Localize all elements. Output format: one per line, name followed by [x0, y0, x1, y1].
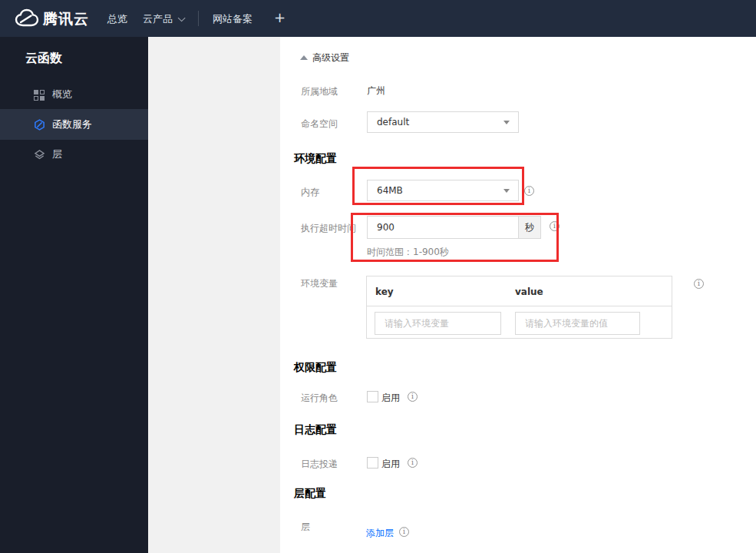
env-value-header: value	[515, 286, 543, 297]
region-value: 广州	[367, 84, 385, 98]
log-delivery-checkbox[interactable]	[367, 457, 378, 469]
env-vars-label: 环境变量	[301, 277, 338, 290]
timeout-info-icon[interactable]: i	[550, 221, 560, 231]
section-log-config: 日志配置	[294, 423, 337, 437]
sidebar-item-label: 概览	[52, 88, 72, 101]
env-value-input[interactable]	[515, 312, 640, 335]
timeout-unit-label: 秒	[518, 216, 541, 239]
log-delivery-enable-label: 启用	[381, 458, 400, 471]
memory-selected-value: 64MB	[377, 185, 403, 196]
sidebar-item-layers[interactable]: 层	[0, 140, 148, 169]
brand-name[interactable]: 腾讯云	[43, 9, 89, 29]
env-key-input[interactable]	[375, 312, 501, 335]
run-role-checkbox[interactable]	[367, 391, 378, 402]
add-tab-button[interactable]: +	[274, 9, 286, 25]
env-vars-table-header: key value	[367, 276, 672, 306]
memory-info-icon[interactable]: i	[524, 186, 534, 196]
namespace-select[interactable]: default	[367, 111, 519, 133]
sidebar: 云函数 概览 函数服务 层	[0, 37, 148, 553]
run-role-info-icon[interactable]: i	[408, 392, 418, 402]
layer-label: 层	[301, 521, 310, 534]
sidebar-item-label: 层	[52, 147, 62, 161]
grid-icon	[34, 89, 45, 101]
run-role-enable-label: 启用	[381, 392, 400, 405]
chevron-down-icon	[178, 14, 186, 22]
tencent-cloud-logo-icon[interactable]	[14, 8, 40, 29]
env-vars-info-icon[interactable]: i	[694, 279, 704, 289]
add-layer-link[interactable]: 添加层	[366, 527, 394, 540]
section-perm-config: 权限配置	[294, 361, 337, 375]
sidebar-item-function-service[interactable]: 函数服务	[0, 109, 148, 140]
timeout-label: 执行超时时间	[301, 222, 356, 235]
dropdown-caret-icon	[503, 121, 510, 124]
env-key-header: key	[375, 286, 394, 297]
memory-label: 内存	[301, 186, 319, 199]
region-label: 所属地域	[301, 85, 338, 98]
scf-hexagon-icon	[34, 119, 45, 131]
section-layer-config: 层配置	[294, 487, 326, 501]
add-layer-info-icon[interactable]: i	[399, 527, 409, 537]
timeout-hint: 时间范围：1-900秒	[367, 246, 449, 259]
collapse-triangle-icon	[300, 55, 308, 60]
advanced-settings-form: 高级设置 所属地域 广州 命名空间 default 环境配置 内存 64MB i…	[280, 37, 756, 553]
sidebar-item-label: 函数服务	[52, 118, 92, 131]
function-list-panel	[148, 37, 280, 553]
sidebar-item-overview[interactable]: 概览	[0, 80, 148, 109]
run-role-label: 运行角色	[301, 392, 338, 405]
topnav-divider	[198, 11, 199, 26]
memory-select[interactable]: 64MB	[367, 180, 519, 201]
dropdown-caret-icon	[503, 189, 510, 193]
topnav-icp-filing[interactable]: 网站备案	[213, 12, 253, 26]
topnav-overview[interactable]: 总览	[107, 12, 127, 26]
env-vars-table: key value	[366, 276, 672, 339]
namespace-selected-value: default	[377, 117, 409, 127]
log-delivery-label: 日志投递	[301, 458, 338, 471]
tencent-cloud-console: 腾讯云 总览 云产品 网站备案 + 云函数 概览 函数服务 层	[0, 0, 756, 553]
namespace-label: 命名空间	[301, 118, 338, 131]
layers-icon	[34, 149, 45, 161]
topnav-cloud-products[interactable]: 云产品	[143, 12, 183, 26]
topbar: 腾讯云 总览 云产品 网站备案 +	[0, 0, 756, 37]
sidebar-title: 云函数	[25, 51, 62, 67]
log-delivery-info-icon[interactable]: i	[408, 458, 418, 468]
section-env-config: 环境配置	[294, 152, 337, 166]
timeout-input[interactable]	[367, 216, 519, 239]
advanced-settings-toggle[interactable]: 高级设置	[300, 51, 349, 65]
